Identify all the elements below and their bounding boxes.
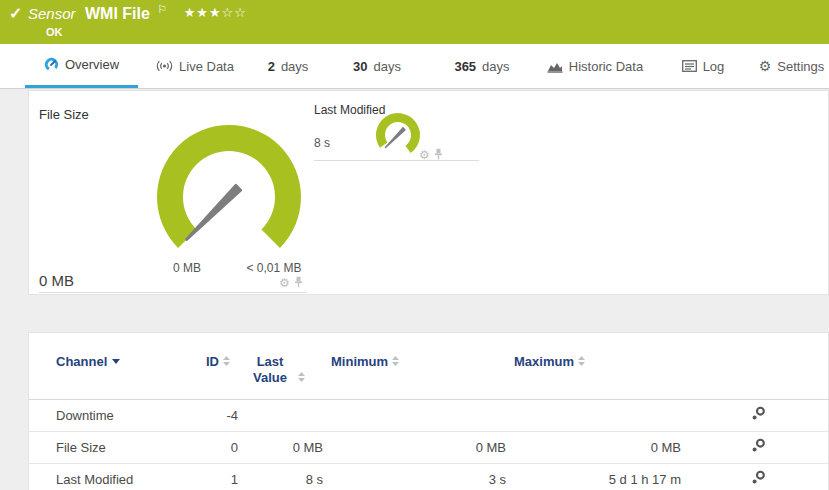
tile-divider (39, 292, 307, 293)
gauge-settings-gear-icon[interactable]: ⚙ (279, 277, 290, 289)
tab-label: days (482, 59, 509, 74)
status-badge: OK (46, 26, 63, 38)
tab-label: Live Data (179, 59, 234, 74)
file-size-scale-min: 0 MB (157, 261, 217, 275)
sensor-type-label: Sensor (28, 5, 76, 22)
gauges-panel: File Size 0 MB < 0,01 MB 0 MB ⚙ Last Mod… (28, 90, 829, 295)
last-modified-gauge (374, 111, 422, 163)
channel-maximum (514, 399, 689, 431)
table-row-downtime: Downtime -4 (29, 399, 829, 431)
tab-live-data[interactable]: Live Data (152, 44, 238, 88)
sensor-header: ✓ Sensor WMI File ⚐ ★★★☆☆ OK (0, 0, 829, 44)
channel-id: 0 (206, 431, 246, 463)
channel-maximum: 0 MB (514, 431, 689, 463)
tile-divider (314, 160, 479, 161)
tab-label: Overview (65, 57, 119, 72)
channel-maximum: 5 d 1 h 17 m (514, 463, 689, 490)
channel-id: -4 (206, 399, 246, 431)
tab-label: Historic Data (569, 59, 643, 74)
live-signal-icon (156, 60, 173, 72)
channel-table: Channel ID Last Value Minimum Maximum (29, 339, 829, 490)
channel-minimum (331, 399, 514, 431)
channel-name: File Size (29, 431, 206, 463)
priority-stars[interactable]: ★★★☆☆ (184, 5, 247, 20)
table-row-last-modified: Last Modified 1 8 s 3 s 5 d 1 h 17 m (29, 463, 829, 490)
tab-30-days[interactable]: 30 days (344, 44, 410, 88)
area-chart-icon (547, 60, 563, 73)
chevron-down-icon (112, 359, 120, 364)
channel-minimum: 0 MB (331, 431, 514, 463)
channel-last-value: 8 s (246, 463, 331, 490)
tab-number: 2 (268, 59, 275, 74)
tab-2-days[interactable]: 2 days (258, 44, 318, 88)
status-check-icon: ✓ (9, 4, 22, 23)
channel-id: 1 (206, 463, 246, 490)
sensor-name: WMI File (85, 5, 150, 22)
tab-label: Settings (777, 59, 824, 74)
column-header-channel[interactable]: Channel (29, 339, 206, 399)
column-header-minimum[interactable]: Minimum (331, 339, 514, 399)
channel-minimum: 3 s (331, 463, 514, 490)
channel-last-value: 0 MB (246, 431, 331, 463)
column-header-id[interactable]: ID (206, 339, 246, 399)
tab-label: days (374, 59, 401, 74)
gauge-needle (386, 128, 405, 148)
tab-365-days[interactable]: 365 days (444, 44, 520, 88)
tab-historic-data[interactable]: Historic Data (540, 44, 650, 88)
channel-name: Last Modified (29, 463, 206, 490)
tab-number: 30 (353, 59, 367, 74)
sort-icon (222, 355, 231, 370)
channel-settings-icon[interactable] (751, 438, 766, 456)
tab-label: days (281, 59, 308, 74)
tab-label: Log (703, 59, 725, 74)
favorite-flag-icon[interactable]: ⚐ (157, 3, 167, 15)
channel-name: Downtime (29, 399, 206, 431)
file-size-gauge-title: File Size (39, 107, 89, 122)
column-header-actions (689, 339, 829, 399)
column-header-maximum[interactable]: Maximum (514, 339, 689, 399)
table-header-row: Channel ID Last Value Minimum Maximum (29, 339, 829, 399)
table-row-file-size: File Size 0 0 MB 0 MB 0 MB (29, 431, 829, 463)
channel-settings-icon[interactable] (751, 406, 766, 424)
log-list-icon (682, 60, 697, 72)
gauge-icon (44, 57, 59, 72)
column-header-last-value[interactable]: Last Value (246, 339, 331, 399)
channel-last-value (246, 399, 331, 431)
gauge-needle (187, 185, 241, 239)
tab-log[interactable]: Log (672, 44, 734, 88)
last-modified-current-value: 8 s (314, 136, 330, 150)
file-size-current-value: 0 MB (39, 272, 74, 289)
pin-icon[interactable] (294, 274, 303, 292)
tab-number: 365 (454, 59, 476, 74)
sort-icon (577, 355, 586, 370)
file-size-scale-max: < 0,01 MB (229, 261, 319, 275)
channel-settings-icon[interactable] (751, 470, 766, 488)
tab-overview[interactable]: Overview (25, 44, 138, 88)
tab-settings[interactable]: ⚙ Settings (754, 44, 829, 88)
pin-icon[interactable] (434, 146, 443, 164)
sort-icon (297, 371, 306, 386)
sort-icon (391, 355, 400, 370)
gear-icon: ⚙ (759, 58, 772, 74)
channel-table-panel: Channel ID Last Value Minimum Maximum (28, 332, 829, 490)
tab-bar: Overview Live Data 2 days 30 days 365 da… (0, 44, 829, 89)
